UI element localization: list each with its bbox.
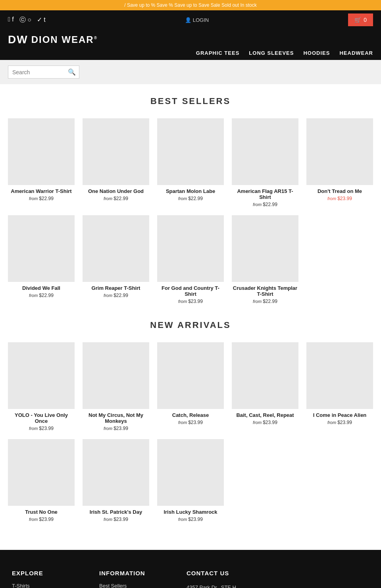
product-name: Crusader Knights Templar T-Shirt <box>232 285 298 297</box>
product-image <box>83 118 149 185</box>
product-item[interactable]: Grim Reaper T-Shirt from $22.99 <box>79 211 153 308</box>
nav-headwear[interactable]: HEADWEAR <box>339 50 373 56</box>
product-image <box>8 439 75 506</box>
product-item[interactable]: Bait, Cast, Reel, Repeat from $23.99 <box>228 338 302 435</box>
product-name: Trust No One <box>8 509 75 515</box>
footer-address-line1: 4357 Park Dr., STE H <box>187 583 258 588</box>
product-image <box>157 215 224 282</box>
product-name: Grim Reaper T-Shirt <box>83 285 149 291</box>
product-image <box>306 342 373 409</box>
product-name: I Come in Peace Alien <box>306 412 373 418</box>
product-price: from $22.99 <box>83 196 149 201</box>
product-image <box>157 118 224 185</box>
product-price: from $22.99 <box>232 299 298 304</box>
product-item[interactable]: YOLO - You Live Only Once from $23.99 <box>4 338 79 435</box>
footer-contact-heading: Contact Us <box>187 570 258 576</box>
login-button[interactable]: 👤 LOGIN <box>185 17 209 23</box>
product-price: from $22.99 <box>232 202 298 207</box>
search-input-wrap[interactable]: 🔍 <box>8 66 79 79</box>
product-image <box>306 118 373 185</box>
social-links:  f ⓒ ○ ✓ t <box>8 16 46 24</box>
announcement-text: / Save up to % Save % Save up to Save Sa… <box>124 2 257 8</box>
product-item[interactable]: American Warrior T-Shirt from $22.99 <box>4 114 79 211</box>
product-item[interactable]: Divided We Fall from $22.99 <box>4 211 79 308</box>
product-image <box>8 342 75 409</box>
product-name: Irish Lucky Shamrock <box>157 509 224 515</box>
footer-grid: EXPLORE T-Shirts Long Sleeve Hoodies Hea… <box>12 570 369 588</box>
product-item[interactable]: American Flag AR15 T-Shirt from $22.99 <box>228 114 302 211</box>
product-name: Divided We Fall <box>8 285 75 291</box>
nav-hoodies[interactable]: HOODIES <box>303 50 330 56</box>
product-item[interactable]: Spartan Molon Labe from $22.99 <box>153 114 228 211</box>
nav-graphic-tees[interactable]: GRAPHIC TEES <box>196 50 240 56</box>
product-price: from $23.99 <box>306 196 373 201</box>
product-price: from $22.99 <box>8 293 75 298</box>
product-item[interactable]: Not My Circus, Not My Monkeys from $23.9… <box>79 338 153 435</box>
product-image <box>83 215 149 282</box>
search-icon: 🔍 <box>68 68 76 76</box>
footer-contact-col: Contact Us 4357 Park Dr., STE H Norcross… <box>187 570 258 588</box>
cart-button[interactable]: 🛒 0 <box>348 13 373 26</box>
product-item[interactable]: Don't Tread on Me from $23.99 <box>302 114 377 211</box>
product-item[interactable]: Catch, Release from $23.99 <box>153 338 228 435</box>
footer-info-heading: INFORMATION <box>99 570 171 576</box>
new-arrivals-grid: YOLO - You Live Only Once from $23.99 No… <box>0 338 381 526</box>
product-item[interactable]: One Nation Under God from $22.99 <box>79 114 153 211</box>
twitter-icon[interactable]: ✓ t <box>37 16 46 24</box>
product-price: from $23.99 <box>157 420 224 425</box>
product-name: Irish St. Patrick's Day <box>83 509 149 515</box>
footer-explore-col: EXPLORE T-Shirts Long Sleeve Hoodies Hea… <box>12 570 83 588</box>
product-name: American Flag AR15 T-Shirt <box>232 188 298 200</box>
product-item[interactable]: Trust No One from $23.99 <box>4 435 79 526</box>
product-image <box>232 342 298 409</box>
product-price: from $23.99 <box>8 517 75 522</box>
product-image <box>157 439 224 506</box>
product-item[interactable]: Irish Lucky Shamrock from $23.99 <box>153 435 228 526</box>
cart-count: 0 <box>364 17 367 23</box>
instagram-icon[interactable]: ⓒ ○ <box>19 16 31 24</box>
product-price: from $23.99 <box>157 517 224 522</box>
new-arrivals-heading: NEW ARRIVALS <box>0 320 381 330</box>
logo-text: DION WEAR® <box>31 34 98 45</box>
product-name: Not My Circus, Not My Monkeys <box>83 412 149 424</box>
logo-symbol: DW <box>8 33 28 46</box>
product-image <box>83 439 149 506</box>
product-item[interactable]: For God and Country T-Shirt from $23.99 <box>153 211 228 308</box>
product-image <box>157 342 224 409</box>
product-image <box>83 342 149 409</box>
product-price: from $22.99 <box>83 293 149 298</box>
nav-long-sleeves[interactable]: LONG SLEEVES <box>249 50 294 56</box>
search-bar: 🔍 <box>0 60 381 84</box>
main-navigation: GRAPHIC TEES LONG SLEEVES HOODIES HEADWE… <box>0 46 381 60</box>
site-footer: EXPLORE T-Shirts Long Sleeve Hoodies Hea… <box>0 550 381 588</box>
product-name: Catch, Release <box>157 412 224 418</box>
product-name: For God and Country T-Shirt <box>157 285 224 297</box>
product-name: Don't Tread on Me <box>306 188 373 194</box>
site-logo[interactable]: DW DION WEAR® <box>8 33 98 46</box>
facebook-icon[interactable]:  f <box>8 16 14 24</box>
product-price: from $22.99 <box>157 196 224 201</box>
product-item[interactable]: Crusader Knights Templar T-Shirt from $2… <box>228 211 302 308</box>
product-name: YOLO - You Live Only Once <box>8 412 75 424</box>
site-header: DW DION WEAR® <box>0 29 381 46</box>
product-image <box>8 215 75 282</box>
footer-link-tshirts[interactable]: T-Shirts <box>12 583 83 588</box>
footer-info-col: INFORMATION Best Sellers Privacy Policy … <box>99 570 171 588</box>
footer-explore-heading: EXPLORE <box>12 570 83 576</box>
user-icon: 👤 <box>185 17 191 23</box>
product-item[interactable]: I Come in Peace Alien from $23.99 <box>302 338 377 435</box>
product-image <box>232 118 298 185</box>
product-price: from $23.99 <box>83 517 149 522</box>
search-input[interactable] <box>12 69 68 75</box>
footer-link-best-sellers[interactable]: Best Sellers <box>99 583 171 588</box>
announcement-bar: / Save up to % Save % Save up to Save Sa… <box>0 0 381 10</box>
product-item[interactable]: Irish St. Patrick's Day from $23.99 <box>79 435 153 526</box>
product-price: from $23.99 <box>157 299 224 304</box>
best-sellers-grid: American Warrior T-Shirt from $22.99 One… <box>0 114 381 308</box>
product-name: American Warrior T-Shirt <box>8 188 75 194</box>
product-price: from $23.99 <box>83 426 149 431</box>
product-name: One Nation Under God <box>83 188 149 194</box>
product-name: Spartan Molon Labe <box>157 188 224 194</box>
product-image <box>232 215 298 282</box>
footer-address: 4357 Park Dr., STE H Norcross, GA 30093 … <box>187 583 258 588</box>
